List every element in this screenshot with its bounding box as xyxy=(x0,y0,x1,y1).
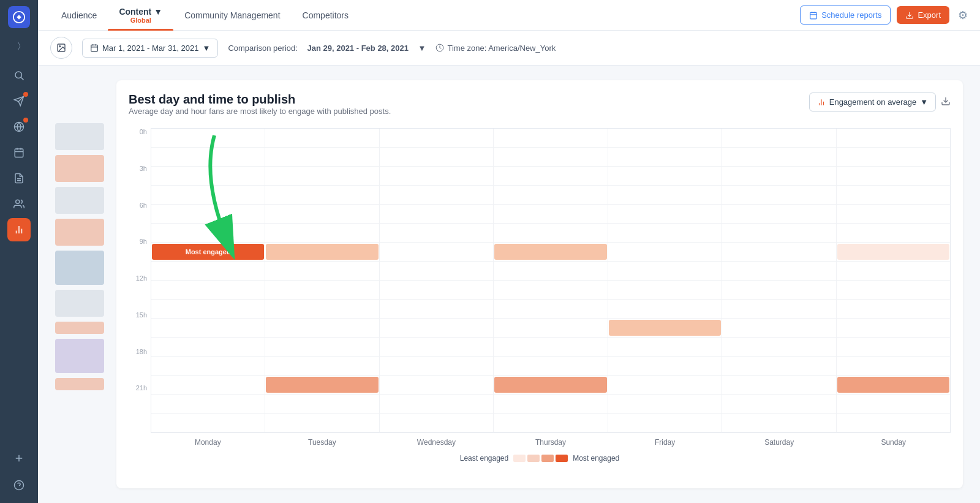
sidebar-icon-analytics[interactable] xyxy=(7,218,31,241)
legend-swatch-4 xyxy=(556,455,568,462)
grid-cell xyxy=(494,243,608,261)
heat-block-light xyxy=(266,244,378,260)
tab-competitors[interactable]: Competitors xyxy=(292,0,360,31)
export-icon xyxy=(905,11,914,20)
grid-cell xyxy=(837,148,950,166)
chart-header: Best day and time to publish Average day… xyxy=(129,93,951,126)
grid-cell xyxy=(608,338,722,356)
grid-cell xyxy=(265,281,379,299)
tab-community-management[interactable]: Community Management xyxy=(173,0,291,31)
grid-cell xyxy=(837,357,950,375)
tab-audience[interactable]: Audience xyxy=(50,0,108,31)
grid-cell xyxy=(265,167,379,185)
sidebar-icon-publishing[interactable] xyxy=(7,89,31,113)
grid-cell xyxy=(837,395,950,413)
schedule-icon xyxy=(809,11,818,20)
grid-cell xyxy=(380,281,494,299)
chart-title-group: Best day and time to publish Average day… xyxy=(129,93,391,126)
app-logo[interactable] xyxy=(8,6,30,28)
chart-subtitle: Average day and hour fans are most likel… xyxy=(129,107,391,116)
grid-cell xyxy=(837,167,950,185)
settings-button[interactable]: ⚙ xyxy=(958,9,968,22)
sidebar-icon-reports[interactable] xyxy=(7,167,31,190)
sidebar-icon-search[interactable] xyxy=(7,64,31,87)
grid-cell xyxy=(380,300,494,318)
grid-row xyxy=(151,224,950,243)
grid-cell xyxy=(265,338,379,356)
schedule-reports-button[interactable]: Schedule reports xyxy=(800,6,891,25)
chart-legend: Least engaged Most engaged xyxy=(129,454,951,463)
grid-cell xyxy=(608,205,722,223)
sidebar-icon-help[interactable] xyxy=(7,474,31,497)
grid-cell xyxy=(722,129,836,147)
tab-content[interactable]: Content ▼ Global xyxy=(108,0,173,31)
grid-row xyxy=(151,262,950,281)
grid-cell xyxy=(151,414,265,432)
grid-cell xyxy=(837,224,950,242)
comparison-period-selector[interactable]: Comparison period: Jan 29, 2021 - Feb 28… xyxy=(228,43,426,53)
grid-cell xyxy=(494,281,608,299)
grid-cell xyxy=(380,243,494,261)
mini-panel-4 xyxy=(55,219,104,246)
grid-cell xyxy=(151,338,265,356)
timezone-info: Time zone: America/New_York xyxy=(435,43,556,53)
grid-cell xyxy=(722,281,836,299)
grid-cell xyxy=(722,205,836,223)
heat-block-lightest xyxy=(837,244,949,260)
grid-rows: Most engaged xyxy=(151,128,951,433)
profile-selector[interactable] xyxy=(50,37,72,59)
grid-cell xyxy=(494,414,608,432)
grid-row xyxy=(151,319,950,338)
svg-point-27 xyxy=(59,46,61,47)
grid-cell xyxy=(380,262,494,280)
download-button[interactable] xyxy=(941,96,951,108)
grid-cell xyxy=(837,186,950,204)
grid-cell xyxy=(494,129,608,147)
grid-row xyxy=(151,376,950,395)
grid-cell xyxy=(722,319,836,337)
grid-cell xyxy=(608,224,722,242)
main-content: Audience Content ▼ Global Community Mana… xyxy=(38,0,980,503)
grid-cell xyxy=(722,357,836,375)
chart-controls: Engagement on average ▼ xyxy=(809,93,951,112)
date-range-picker[interactable]: Mar 1, 2021 - Mar 31, 2021 ▼ xyxy=(82,39,218,58)
mini-panel-2 xyxy=(55,155,104,182)
heat-block-med xyxy=(837,377,949,393)
heat-block-med xyxy=(266,377,378,393)
export-button[interactable]: Export xyxy=(897,6,949,24)
grid-cell xyxy=(494,167,608,185)
grid-cell xyxy=(837,243,950,261)
heat-block-dark: Most engaged xyxy=(152,244,264,260)
mini-panel-7 xyxy=(55,322,104,334)
grid-cell xyxy=(380,148,494,166)
sidebar-icon-add[interactable] xyxy=(7,447,31,470)
grid-cell xyxy=(151,281,265,299)
grid-cell xyxy=(151,376,265,394)
grid-cell xyxy=(837,376,950,394)
grid-cell xyxy=(608,395,722,413)
grid-cell xyxy=(151,148,265,166)
grid-cell xyxy=(837,300,950,318)
grid-cell xyxy=(608,300,722,318)
svg-line-2 xyxy=(21,77,23,80)
heat-block-light xyxy=(494,244,606,260)
engagement-dropdown[interactable]: Engagement on average ▼ xyxy=(809,93,936,112)
grid-cell xyxy=(494,338,608,356)
x-axis: Monday Tuesday Wednesday Thursday Friday… xyxy=(151,433,951,447)
grid-row xyxy=(151,167,950,186)
grid-cell xyxy=(722,414,836,432)
legend-swatch-2 xyxy=(527,455,540,462)
sidebar-icon-geo[interactable] xyxy=(7,192,31,216)
sidebar-icon-listening[interactable] xyxy=(7,115,31,138)
grid-cell xyxy=(494,205,608,223)
grid-cell xyxy=(380,205,494,223)
sidebar-expand-button[interactable]: 〉 xyxy=(10,37,28,54)
grid-cell xyxy=(265,129,379,147)
grid-row: Most engaged xyxy=(151,243,950,262)
mini-panel-3 xyxy=(55,187,104,214)
top-actions: Schedule reports Export ⚙ xyxy=(800,6,968,25)
sidebar-icon-calendar[interactable] xyxy=(7,141,31,164)
listening-badge xyxy=(23,118,28,123)
grid-cell xyxy=(380,224,494,242)
grid-cell xyxy=(494,319,608,337)
